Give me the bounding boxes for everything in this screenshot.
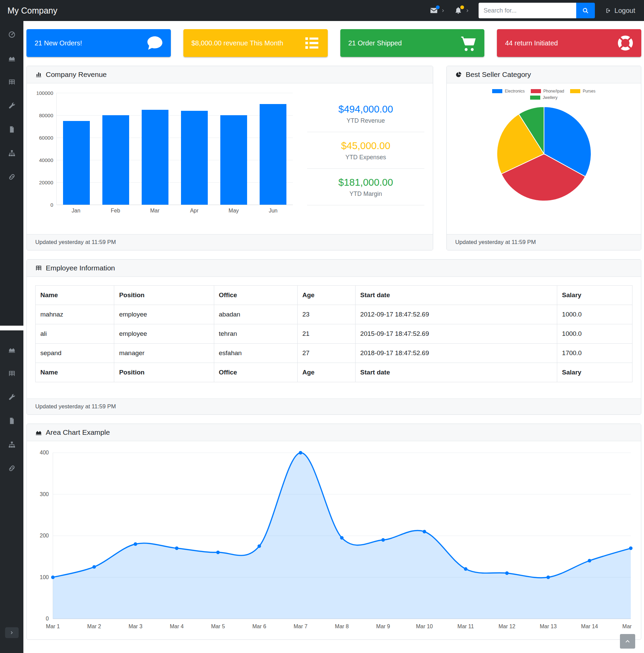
area-point[interactable] [299,451,302,454]
legend-item[interactable]: Electronics [492,89,525,94]
chevron-up-icon [624,638,631,645]
table-cell: sepand [36,344,114,363]
ytd-revenue-label: YTD Revenue [307,117,424,124]
x-tick-label: Jan [56,208,96,214]
revenue-bar[interactable] [220,115,247,205]
revenue-bar[interactable] [63,121,90,205]
revenue-card-body: 020000400006000080000100000 JanFebMarApr… [27,83,433,234]
scroll-to-top-button[interactable] [620,634,635,649]
employee-table: NamePositionOfficeAgeStart dateSalary ma… [35,285,632,382]
sitemap-icon [8,441,16,448]
area-chart-icon [35,429,42,436]
card-header: Employee Information [27,260,641,277]
y-tick-label: 300 [40,491,49,497]
alert-card-returns[interactable]: 44 return Initiated [497,29,641,57]
x-tick-label: Mar 9 [376,624,390,629]
area-point[interactable] [258,544,261,548]
x-tick-label: Mar 2 [87,624,101,629]
area-point[interactable] [464,567,467,571]
sitemap-icon [8,149,16,157]
best-seller-card: Best Seller Category ElectronicsPhone/Ip… [446,66,641,250]
company-revenue-card: Company Revenue 020000400006000080000100… [26,66,433,250]
area-point[interactable] [93,565,96,569]
legend-item[interactable]: Phone/Ipad [531,89,564,94]
area-point[interactable] [505,571,508,575]
x-tick-label: Mar 1 [46,624,60,629]
alerts-dropdown[interactable] [454,6,470,15]
ytd-stats: $494,000.00 YTD Revenue $45,000.00 YTD E… [307,91,424,231]
table-icon [8,78,16,86]
messages-dropdown[interactable] [430,6,445,15]
card-header: Company Revenue [27,66,433,83]
pie-card-body: ElectronicsPhone/IpadPurses Jwellery [447,83,641,234]
x-tick-label: Mar 4 [170,624,184,629]
sidebar-item-charts-2[interactable] [0,338,23,362]
alert-cards-row: 21 New Orders! $8,000.00 revenue This Mo… [26,29,641,57]
alert-card-new-orders[interactable]: 21 New Orders! [26,29,171,57]
y-tick-label: 60000 [39,135,53,141]
sidebar-item-tools-2[interactable] [0,385,23,409]
brand[interactable]: My Company [7,6,57,16]
card-header: Best Seller Category [447,66,641,83]
search-button[interactable] [576,3,595,18]
sidebar-toggle-button[interactable] [5,627,19,638]
revenue-bar[interactable] [102,115,129,205]
column-header: Position [114,363,214,382]
pie-legend: Jwellery [530,95,557,100]
legend-swatch [570,89,580,93]
sidebar-item-tables[interactable] [0,70,23,94]
area-point[interactable] [340,536,343,539]
sidebar-item-pages[interactable] [0,118,23,141]
employee-info-card: Employee Information NamePositionOfficeA… [26,259,641,415]
sidebar-item-pages-2[interactable] [0,409,23,433]
sidebar-item-sitemap-2[interactable] [0,433,23,456]
table-cell: 2018-09-17 18:47:52.69 [355,344,557,363]
area-point[interactable] [216,551,220,554]
comment-icon [146,34,164,52]
x-tick-label: Jun [254,208,293,214]
column-header: Office [214,363,298,382]
revenue-bar[interactable] [260,104,286,205]
area-point[interactable] [134,542,137,546]
alert-card-revenue[interactable]: $8,000.00 revenue This Month [183,29,328,57]
sidebar-item-dashboard[interactable] [0,23,23,46]
ytd-margin: $181,000.00 YTD Margin [307,169,424,205]
sidebar-item-links[interactable] [0,165,23,189]
area-point[interactable] [51,575,55,579]
x-tick-label: Mar 5 [211,624,225,629]
legend-label: Jwellery [543,95,557,100]
sidebar-item-charts[interactable] [0,46,23,70]
sidebar-item-tables-2[interactable] [0,362,23,385]
table-cell: tehran [214,324,298,344]
logout-link[interactable]: Logout [605,7,635,15]
sidebar-item-sitemap[interactable] [0,141,23,165]
table-icon [35,265,42,271]
x-tick-label: Mar [135,208,175,214]
search-input[interactable] [479,3,576,18]
table-cell: ali [36,324,114,344]
column-header: Name [36,363,114,382]
revenue-bar[interactable] [181,111,208,205]
area-point[interactable] [629,547,632,550]
table-cell: mahnaz [36,305,114,324]
sidebar-item-links-2[interactable] [0,456,23,480]
area-chart: 0100200300400Mar 1Mar 2Mar 3Mar 4Mar 5Ma… [35,447,633,634]
revenue-bar[interactable] [142,110,168,205]
file-icon [8,126,16,133]
area-point[interactable] [175,547,178,550]
area-point[interactable] [381,538,385,542]
area-point[interactable] [423,530,426,533]
legend-item[interactable]: Jwellery [530,95,557,100]
column-header: Salary [557,286,632,305]
sidebar-item-tools[interactable] [0,94,23,118]
chevron-right-icon [465,8,470,13]
card-footer: Updated yesterday at 11:59 PM [447,234,641,250]
x-tick-label: Mar 11 [458,624,474,629]
area-chart-card: Area Chart Example 0100200300400Mar 1Mar… [26,424,641,640]
legend-item[interactable]: Purses [570,89,595,94]
column-header: Start date [355,286,557,305]
x-tick-label: Mar 7 [294,624,307,629]
area-point[interactable] [546,575,550,579]
alert-card-shipped[interactable]: 21 Order Shipped [340,29,485,57]
area-point[interactable] [588,559,591,562]
